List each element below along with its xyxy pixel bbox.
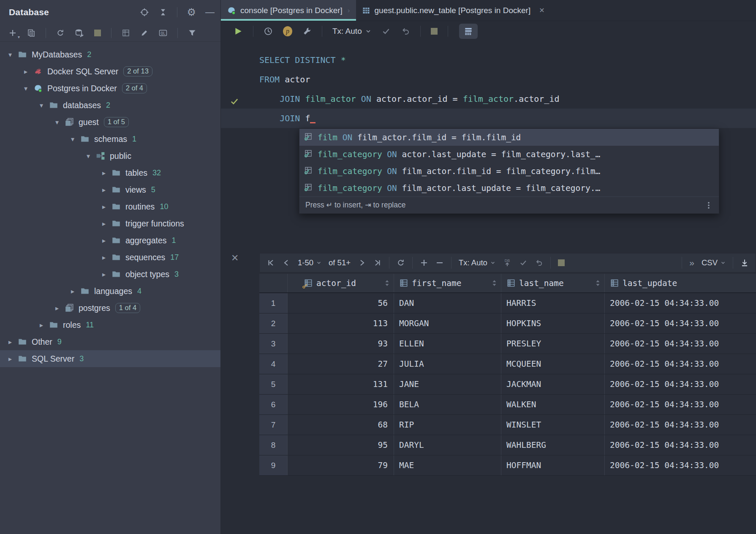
tree-toggle-arrow[interactable]: ▸	[67, 287, 79, 295]
tree-toggle-arrow[interactable]: ▸	[51, 304, 63, 312]
tree-toggle-arrow[interactable]: ▸	[98, 253, 110, 262]
cell-last-update[interactable]: 2006-02-15 04:34:33.00	[604, 455, 756, 475]
tree-toggle-arrow[interactable]: ▾	[51, 118, 63, 126]
tree-item-other[interactable]: ▸ Other 9	[0, 333, 220, 350]
stop-button[interactable]	[94, 30, 101, 36]
tree-item-trigger-functions[interactable]: ▸ trigger functions	[0, 215, 220, 232]
view-data-button[interactable]	[122, 29, 130, 37]
cell-last-update[interactable]: 2006-02-15 04:34:33.00	[604, 354, 756, 374]
export-format-select[interactable]: CSV	[702, 258, 726, 267]
cell-last-update[interactable]: 2006-02-15 04:34:33.00	[604, 435, 756, 455]
cell-actor-id[interactable]: 27	[287, 354, 394, 374]
cell-last-name[interactable]: HOFFMAN	[501, 455, 604, 475]
row-number[interactable]: 7	[259, 415, 287, 435]
cell-last-update[interactable]: 2006-02-15 04:34:33.00	[604, 334, 756, 354]
tree-item-postgres-in-docker[interactable]: ▾ Postgres in Docker 2 of 4	[0, 80, 220, 97]
cell-last-name[interactable]: WALKEN	[501, 395, 604, 414]
sql-editor[interactable]: SELECT DISTINCT *FROM actor JOIN film_ac…	[221, 41, 756, 128]
add-data-source-button[interactable]: ▾	[8, 29, 17, 37]
close-icon[interactable]: ✕	[539, 6, 544, 14]
tx-mode-select[interactable]: Tx: Auto	[459, 258, 495, 267]
tree-item-mydatabases[interactable]: ▾ MyDatabases 2	[0, 46, 220, 63]
edit-button[interactable]	[140, 29, 149, 37]
cell-actor-id[interactable]: 93	[287, 334, 394, 354]
stop-button[interactable]	[431, 28, 438, 35]
cell-actor-id[interactable]: 113	[287, 313, 394, 333]
locate-object-icon[interactable]	[140, 8, 149, 17]
tree-item-sql-server[interactable]: ▸ SQL Server 3	[0, 350, 220, 367]
tree-item-schemas[interactable]: ▾ schemas 1	[0, 131, 220, 147]
tree-toggle-arrow[interactable]: ▾	[4, 51, 16, 59]
page-range-select[interactable]: 1-50	[298, 258, 321, 267]
tree-item-public[interactable]: ▾ public	[0, 147, 220, 164]
completion-item[interactable]: film_category ON film_actor.last_update …	[299, 180, 719, 196]
cell-last-name[interactable]: WINSLET	[501, 415, 604, 435]
cell-last-name[interactable]: HOPKINS	[501, 313, 604, 333]
in-editor-results-toggle[interactable]	[459, 24, 478, 39]
cell-last-update[interactable]: 2006-02-15 04:34:33.00	[604, 313, 756, 333]
completion-item[interactable]: film_category ON film_actor.film_id = fi…	[299, 163, 719, 180]
previous-page-button[interactable]	[282, 259, 291, 267]
row-number[interactable]: 1	[259, 293, 287, 313]
commit-button[interactable]	[519, 259, 528, 267]
cell-last-update[interactable]: 2006-02-15 04:34:33.00	[604, 395, 756, 414]
row-number[interactable]: 4	[259, 354, 287, 374]
query-console-button[interactable]	[159, 29, 167, 37]
tree-toggle-arrow[interactable]: ▸	[98, 237, 110, 245]
column-header-last-name[interactable]: last_name	[501, 274, 604, 292]
tab-new-table[interactable]: guest.public.new_table [Postgres in Dock…	[356, 0, 551, 21]
first-page-button[interactable]	[267, 259, 275, 267]
completion-item[interactable]: film_category ON actor.last_update = fil…	[299, 146, 719, 163]
close-results-icon[interactable]: ✕	[231, 253, 239, 264]
code-line[interactable]: JOIN f	[221, 109, 756, 128]
tab-console[interactable]: console [Postgres in Docker] ›	[221, 0, 356, 21]
tree-toggle-arrow[interactable]: ▸	[98, 270, 110, 278]
settings-wrench-icon[interactable]	[302, 27, 312, 36]
history-icon[interactable]	[264, 27, 273, 36]
rollback-button[interactable]	[535, 259, 543, 267]
tree-item-docker-sql-server[interactable]: ▸ Docker SQL Server 2 of 13	[0, 63, 220, 80]
tree-toggle-arrow[interactable]: ▸	[98, 203, 110, 211]
hide-tool-window-icon[interactable]: —	[205, 8, 215, 17]
row-number[interactable]: 9	[259, 455, 287, 475]
rollback-button[interactable]	[401, 27, 410, 36]
cell-actor-id[interactable]: 79	[287, 455, 394, 475]
tree-toggle-arrow[interactable]: ▸	[98, 220, 110, 228]
code-line[interactable]: SELECT DISTINCT *	[221, 50, 756, 70]
sort-arrows-icon[interactable]	[488, 279, 497, 287]
cell-actor-id[interactable]: 196	[287, 395, 394, 414]
cell-actor-id[interactable]: 56	[287, 293, 394, 313]
gear-icon[interactable]: ⚙	[187, 7, 196, 17]
collapse-all-icon[interactable]	[158, 8, 168, 17]
cell-last-name[interactable]: MCQUEEN	[501, 354, 604, 374]
cell-actor-id[interactable]: 95	[287, 435, 394, 455]
tree-toggle-arrow[interactable]: ▾	[20, 84, 32, 93]
download-icon[interactable]	[740, 259, 749, 267]
cell-first-name[interactable]: BELA	[394, 395, 501, 414]
cell-last-name[interactable]: HARRIS	[501, 293, 604, 313]
tree-item-languages[interactable]: ▸ languages 4	[0, 283, 220, 300]
tree-toggle-arrow[interactable]: ▸	[98, 169, 110, 177]
row-number[interactable]: 6	[259, 395, 287, 414]
last-page-button[interactable]	[373, 259, 382, 267]
cell-actor-id[interactable]: 131	[287, 374, 394, 394]
cell-last-update[interactable]: 2006-02-15 04:34:33.00	[604, 415, 756, 435]
tree-item-object-types[interactable]: ▸ object types 3	[0, 266, 220, 283]
tree-item-postgres[interactable]: ▸ postgres 1 of 4	[0, 300, 220, 316]
column-header-first-name[interactable]: first_name	[394, 274, 501, 292]
next-page-button[interactable]	[358, 259, 366, 267]
tree-item-views[interactable]: ▸ views 5	[0, 181, 220, 198]
tree-item-guest[interactable]: ▾ guest 1 of 5	[0, 114, 220, 131]
cell-first-name[interactable]: RIP	[394, 415, 501, 435]
tree-toggle-arrow[interactable]: ▾	[82, 152, 94, 160]
tree-item-routines[interactable]: ▸ routines 10	[0, 198, 220, 215]
cell-first-name[interactable]: JULIA	[394, 354, 501, 374]
cell-last-update[interactable]: 2006-02-15 04:34:33.00	[604, 374, 756, 394]
completion-item[interactable]: film ON film_actor.film_id = film.film_i…	[299, 129, 719, 146]
row-number[interactable]: 3	[259, 334, 287, 354]
cell-first-name[interactable]: ELLEN	[394, 334, 501, 354]
row-number[interactable]: 8	[259, 435, 287, 455]
duplicate-button[interactable]	[27, 29, 35, 37]
execute-button[interactable]	[234, 27, 243, 36]
cell-first-name[interactable]: DAN	[394, 293, 501, 313]
